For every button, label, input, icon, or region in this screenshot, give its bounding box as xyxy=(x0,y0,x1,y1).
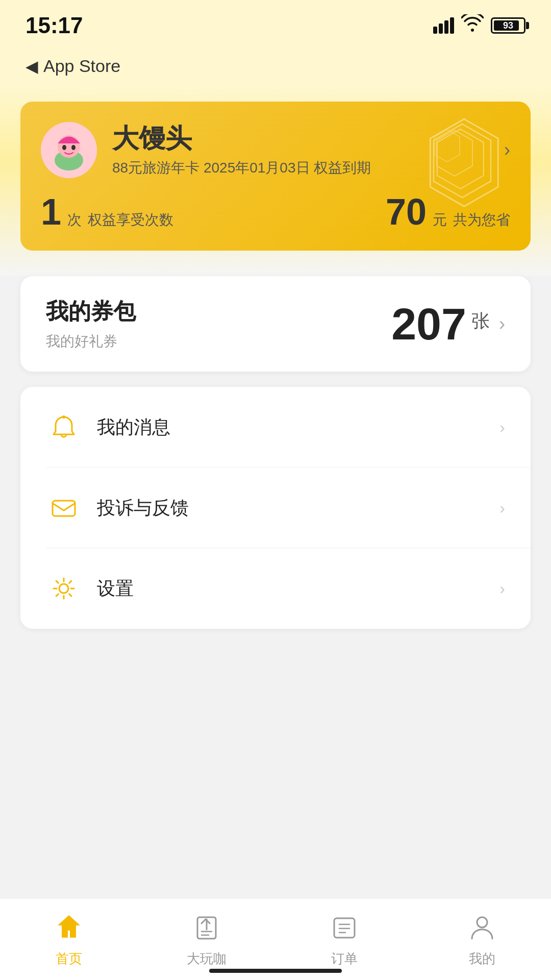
svg-point-12 xyxy=(59,584,68,593)
signal-icon xyxy=(433,17,454,34)
home-icon xyxy=(51,909,87,946)
home-indicator xyxy=(209,969,342,973)
card-arrow-icon: › xyxy=(504,139,510,161)
svg-point-8 xyxy=(62,145,66,150)
menu-card: 我的消息 › 投诉与反馈 › 设置 › xyxy=(20,387,531,629)
status-bar: 15:17 93 xyxy=(0,0,551,51)
back-arrow-icon: ◀ xyxy=(26,57,38,76)
user-subtitle: 88元旅游年卡 2025年01月03日 权益到期 xyxy=(112,158,489,178)
usage-desc: 权益享受次数 xyxy=(88,210,173,230)
status-time: 15:17 xyxy=(26,14,83,37)
messages-arrow-icon: › xyxy=(499,418,505,437)
coupon-title: 我的券包 xyxy=(46,297,136,327)
status-left: 15:17 xyxy=(26,14,83,37)
svg-point-10 xyxy=(62,415,65,419)
menu-item-feedback[interactable]: 投诉与反馈 › xyxy=(20,468,531,548)
coupon-unit: 张 xyxy=(471,309,490,334)
coupon-right: 207 张 › xyxy=(391,302,505,347)
coupon-subtitle: 我的好礼券 xyxy=(46,332,136,351)
nav-item-dawan[interactable]: 大玩咖 xyxy=(138,909,276,968)
user-details: 大馒头 88元旅游年卡 2025年01月03日 权益到期 xyxy=(112,122,489,178)
mail-icon xyxy=(46,490,82,526)
coupon-count: 207 xyxy=(391,302,466,347)
orders-icon xyxy=(326,909,363,946)
coupon-arrow-icon: › xyxy=(499,313,505,335)
status-right: 93 xyxy=(433,14,525,37)
nav-item-mine[interactable]: 我的 xyxy=(413,909,551,968)
menu-item-messages[interactable]: 我的消息 › xyxy=(20,387,531,468)
settings-arrow-icon: › xyxy=(499,579,505,598)
coupon-left: 我的券包 我的好礼券 xyxy=(46,297,136,351)
dawan-icon xyxy=(188,909,225,946)
user-card[interactable]: 大馒头 88元旅游年卡 2025年01月03日 权益到期 › 1 次 权益享受次… xyxy=(20,102,531,251)
usage-stat: 1 次 权益享受次数 xyxy=(41,193,173,230)
settings-label: 设置 xyxy=(97,576,499,601)
cards-section: 我的券包 我的好礼券 207 张 › 我的消息 › xyxy=(0,276,551,629)
back-label: App Store xyxy=(43,56,120,76)
orders-nav-label: 订单 xyxy=(331,950,358,968)
usage-unit: 次 xyxy=(67,210,82,230)
feedback-arrow-icon: › xyxy=(499,499,505,518)
bottom-nav: 首页 大玩咖 订单 xyxy=(0,898,551,980)
nav-back[interactable]: ◀ App Store xyxy=(0,51,551,86)
user-info-row: 大馒头 88元旅游年卡 2025年01月03日 权益到期 › xyxy=(41,122,510,178)
nav-item-orders[interactable]: 订单 xyxy=(276,909,413,968)
dawan-nav-label: 大玩咖 xyxy=(187,950,227,968)
svg-point-9 xyxy=(71,145,76,150)
svg-rect-11 xyxy=(53,501,75,516)
battery-icon: 93 xyxy=(491,17,525,34)
gear-icon xyxy=(46,571,82,606)
avatar xyxy=(41,122,97,178)
bell-icon xyxy=(46,409,82,445)
top-background: 大馒头 88元旅游年卡 2025年01月03日 权益到期 › 1 次 权益享受次… xyxy=(0,86,551,276)
coupon-card[interactable]: 我的券包 我的好礼券 207 张 › xyxy=(20,276,531,372)
user-name: 大馒头 xyxy=(112,122,489,154)
home-nav-label: 首页 xyxy=(56,950,82,968)
mine-icon xyxy=(464,909,500,946)
mine-nav-label: 我的 xyxy=(469,950,495,968)
messages-label: 我的消息 xyxy=(97,415,499,440)
feedback-label: 投诉与反馈 xyxy=(97,496,499,521)
wifi-icon xyxy=(461,14,484,37)
menu-item-settings[interactable]: 设置 › xyxy=(20,548,531,629)
nav-item-home[interactable]: 首页 xyxy=(0,909,138,968)
usage-count: 1 xyxy=(41,193,61,230)
svg-point-21 xyxy=(477,917,487,927)
